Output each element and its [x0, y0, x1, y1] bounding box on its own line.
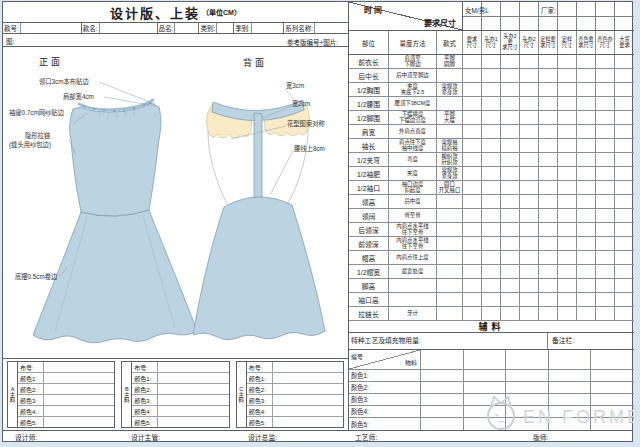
material-value-cell[interactable] [506, 382, 549, 393]
header-cell[interactable] [501, 17, 520, 31]
size-value-cell[interactable] [501, 167, 520, 180]
size-value-cell[interactable] [596, 153, 615, 166]
size-value-cell[interactable] [501, 209, 520, 222]
material-value-cell[interactable] [591, 370, 634, 381]
material-value-cell[interactable] [421, 406, 464, 417]
size-value-cell[interactable] [539, 195, 558, 208]
material-value-cell[interactable] [549, 382, 592, 393]
material-value-cell[interactable] [506, 394, 549, 405]
size-value-cell[interactable] [577, 111, 596, 124]
size-value-cell[interactable] [577, 265, 596, 278]
fabric-field-input[interactable] [158, 373, 228, 383]
size-value-cell[interactable] [596, 279, 615, 292]
size-value-cell[interactable] [539, 293, 558, 306]
size-value-cell[interactable] [615, 167, 634, 180]
material-value-cell[interactable] [549, 394, 592, 405]
material-value-cell[interactable] [549, 370, 592, 381]
size-value-cell[interactable] [520, 195, 539, 208]
size-value-cell[interactable] [539, 153, 558, 166]
size-value-cell[interactable] [520, 111, 539, 124]
size-value-cell[interactable] [463, 251, 482, 264]
header-cell[interactable] [615, 17, 634, 31]
size-value-cell[interactable] [463, 209, 482, 222]
size-value-cell[interactable] [539, 83, 558, 96]
fabric-field-input[interactable] [44, 373, 114, 383]
size-value-cell[interactable] [577, 237, 596, 250]
field-category-input[interactable] [217, 23, 233, 33]
size-value-cell[interactable] [615, 307, 634, 320]
size-value-cell[interactable] [558, 209, 577, 222]
size-value-cell[interactable] [463, 125, 482, 138]
size-value-cell[interactable] [596, 237, 615, 250]
size-value-cell[interactable] [520, 265, 539, 278]
material-value-cell[interactable] [591, 382, 634, 393]
model-size-cell[interactable]: 女M/男L [463, 2, 482, 16]
material-value-cell[interactable] [549, 406, 592, 417]
material-value-cell[interactable] [506, 370, 549, 381]
signature-design-director[interactable]: 设计总监: [248, 432, 277, 442]
size-value-cell[interactable] [520, 223, 539, 236]
material-value-cell[interactable] [591, 394, 634, 405]
size-value-cell[interactable] [577, 69, 596, 82]
field-product-name-input[interactable] [175, 23, 198, 33]
size-value-cell[interactable] [501, 125, 520, 138]
size-value-cell[interactable] [501, 223, 520, 236]
size-value-cell[interactable] [539, 111, 558, 124]
size-value-cell[interactable] [520, 251, 539, 264]
size-value-cell[interactable] [463, 167, 482, 180]
size-value-cell[interactable] [463, 139, 482, 152]
size-value-cell[interactable] [558, 153, 577, 166]
size-value-cell[interactable] [482, 139, 501, 152]
size-value-cell[interactable] [577, 279, 596, 292]
fabric-field-input[interactable] [158, 362, 228, 372]
fabric-field-input[interactable] [273, 373, 343, 383]
size-value-cell[interactable] [520, 167, 539, 180]
size-value-cell[interactable] [539, 97, 558, 110]
material-value-cell[interactable] [421, 394, 464, 405]
size-value-cell[interactable] [463, 279, 482, 292]
size-value-cell[interactable] [558, 293, 577, 306]
size-value-cell[interactable] [577, 139, 596, 152]
size-value-cell[interactable] [482, 209, 501, 222]
size-value-cell[interactable] [596, 83, 615, 96]
material-value-cell[interactable] [506, 418, 549, 430]
size-value-cell[interactable] [463, 265, 482, 278]
size-value-cell[interactable] [558, 279, 577, 292]
size-value-cell[interactable] [482, 125, 501, 138]
size-value-cell[interactable] [501, 265, 520, 278]
size-value-cell[interactable] [520, 181, 539, 194]
size-value-cell[interactable] [520, 125, 539, 138]
size-value-cell[interactable] [463, 307, 482, 320]
size-value-cell[interactable] [463, 195, 482, 208]
fabric-field-input[interactable] [273, 362, 343, 372]
size-value-cell[interactable] [596, 125, 615, 138]
size-value-cell[interactable] [501, 237, 520, 250]
fabric-field-input[interactable] [44, 406, 114, 416]
fabric-field-input[interactable] [273, 417, 343, 427]
size-value-cell[interactable] [501, 111, 520, 124]
size-value-cell[interactable] [520, 55, 539, 68]
size-value-cell[interactable] [501, 307, 520, 320]
size-value-cell[interactable] [463, 97, 482, 110]
size-value-cell[interactable] [615, 181, 634, 194]
size-value-cell[interactable] [596, 195, 615, 208]
size-value-cell[interactable] [615, 139, 634, 152]
size-value-cell[interactable] [596, 111, 615, 124]
size-value-cell[interactable] [558, 125, 577, 138]
field-style-no-input[interactable] [21, 23, 81, 33]
size-value-cell[interactable] [539, 181, 558, 194]
size-value-cell[interactable] [577, 181, 596, 194]
size-value-cell[interactable] [577, 251, 596, 264]
size-value-cell[interactable] [615, 195, 634, 208]
size-value-cell[interactable] [482, 97, 501, 110]
size-value-cell[interactable] [482, 279, 501, 292]
size-value-cell[interactable] [482, 251, 501, 264]
size-value-cell[interactable] [615, 125, 634, 138]
size-value-cell[interactable] [596, 209, 615, 222]
size-value-cell[interactable] [463, 69, 482, 82]
size-value-cell[interactable] [501, 97, 520, 110]
remarks-label[interactable]: 备注栏: [548, 333, 634, 349]
header-cell[interactable] [558, 2, 577, 16]
size-value-cell[interactable] [596, 307, 615, 320]
size-value-cell[interactable] [558, 223, 577, 236]
